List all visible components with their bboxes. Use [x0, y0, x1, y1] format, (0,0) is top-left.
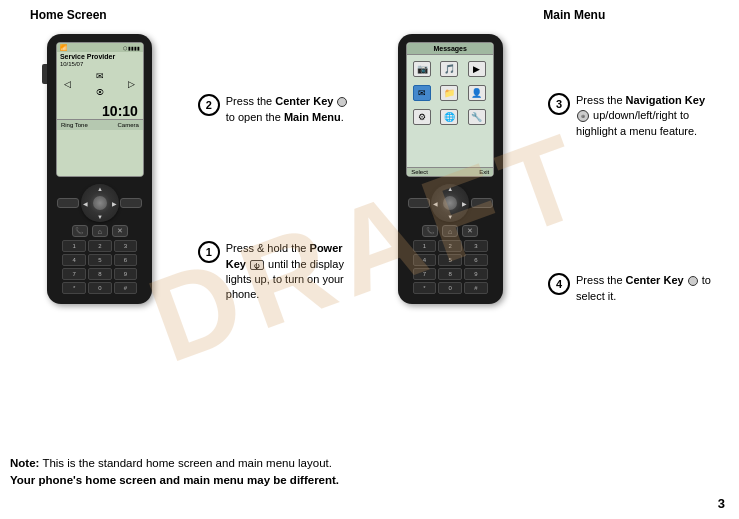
key-star: * — [62, 282, 86, 294]
nav-ring-right: ▲ ▼ ◀ ▶ — [431, 184, 469, 222]
menu-icon-7: ⚙ — [410, 106, 434, 128]
titles-row: Home Screen Main Menu — [10, 8, 729, 22]
icon-box-1: 📷 — [413, 61, 431, 77]
menu-icon-1: 📷 — [410, 58, 434, 80]
phone-keypad-right: ▲ ▼ ◀ ▶ 📞 ⌂ ✕ — [398, 181, 503, 294]
icons-row: ◁ ✉ ⦿ ▷ — [57, 67, 143, 101]
mm-title-bar: Messages — [407, 43, 493, 55]
icon-box-9: 🔧 — [468, 109, 486, 125]
key-hash: # — [114, 282, 138, 294]
content-area: 📶 ⬡ ▮▮▮▮ Service Provider 10/15/07 — [10, 26, 729, 386]
r-key-star: * — [413, 282, 437, 294]
phone-body-left: 📶 ⬡ ▮▮▮▮ Service Provider 10/15/07 — [47, 34, 152, 304]
numeric-keypad: 1 2 3 4 5 6 7 8 9 * 0 # — [62, 240, 137, 294]
center-key-icon-4 — [688, 276, 698, 286]
bluetooth-icon: ⬡ — [123, 45, 127, 51]
nav-arrows: ▲ ▼ ◀ ▶ — [81, 184, 119, 222]
right-nav-icon: ▷ — [125, 77, 139, 91]
nav-up: ▲ — [97, 186, 103, 192]
icon-box-2: 🎵 — [440, 61, 458, 77]
r-key-hash: # — [464, 282, 488, 294]
r-key-4: 4 — [413, 254, 437, 266]
phone-body-right: Messages 📷 🎵 ▶ — [398, 34, 503, 304]
r-key-8: 8 — [438, 268, 462, 280]
message-icon: ✉ — [93, 69, 107, 83]
signal-icon: 📶 — [60, 44, 67, 51]
r-key-3: 3 — [464, 240, 488, 252]
left-soft-key — [57, 198, 79, 208]
nav-down: ▼ — [97, 214, 103, 220]
right-soft-key-right — [471, 198, 493, 208]
r-key-6: 6 — [464, 254, 488, 266]
annotation-3: 3 Press the Navigation Key ⊕ up/down/lef… — [548, 93, 721, 139]
key-4: 4 — [62, 254, 86, 266]
nav-right-r: ▶ — [462, 200, 467, 207]
battery-signal: ⬡ ▮▮▮▮ — [123, 45, 140, 51]
icon-box-4-selected: ✉ — [413, 85, 431, 101]
soft-keys-row-right: ▲ ▼ ◀ ▶ — [408, 184, 493, 222]
soft-keys-row: ▲ ▼ ◀ ▶ — [57, 184, 142, 222]
end-key-r: ✕ — [462, 225, 478, 237]
note-section: Note: This is the standard home screen a… — [10, 455, 729, 490]
key-5: 5 — [88, 254, 112, 266]
annotation-circle-3: 3 — [548, 93, 570, 115]
provider-name: Service Provider — [57, 52, 143, 61]
numeric-keypad-right: 1 2 3 4 5 6 7 8 9 * 0 # — [413, 240, 488, 294]
key-9: 9 — [114, 268, 138, 280]
menu-icon-2: 🎵 — [437, 58, 461, 80]
r-key-5: 5 — [438, 254, 462, 266]
icon-box-6: 👤 — [468, 85, 486, 101]
battery-icon: ▮▮▮▮ — [128, 45, 140, 51]
annotation-circle-4: 4 — [548, 273, 570, 295]
home-screen-content: 📶 ⬡ ▮▮▮▮ Service Provider 10/15/07 — [57, 43, 143, 176]
annotation-4: 4 Press the Center Key to select it. — [548, 273, 721, 304]
main-menu-title: Main Menu — [340, 8, 730, 22]
select-label: Select — [411, 169, 428, 175]
key-3: 3 — [114, 240, 138, 252]
home-screen-bottom-bar: Ring Tone Camera — [57, 119, 143, 130]
r-key-2: 2 — [438, 240, 462, 252]
menu-icon-6: 👤 — [465, 82, 489, 104]
note-label: Note: — [10, 457, 39, 469]
annotation-text-1: Press & hold the Power Key ⏻ until the d… — [226, 241, 353, 303]
menu-icon-4: ✉ — [410, 82, 434, 104]
menu-icon-8: 🌐 — [437, 106, 461, 128]
annotation-text-3: Press the Navigation Key ⊕ up/down/left/… — [576, 93, 721, 139]
function-keys-row-right: 📞 ⌂ ✕ — [422, 225, 478, 237]
home-screen-title: Home Screen — [10, 8, 340, 22]
main-menu-phone: Messages 📷 🎵 ▶ — [398, 34, 503, 304]
annotation-text-4: Press the Center Key to select it. — [576, 273, 721, 304]
nav-key-icon-3: ⊕ — [577, 110, 589, 122]
main-menu-display: Messages 📷 🎵 ▶ — [406, 42, 494, 177]
menu-icon-9: 🔧 — [465, 106, 489, 128]
page-number: 3 — [718, 496, 725, 511]
annotation-2: 2 Press the Center Key to open the Main … — [198, 94, 353, 125]
nav-left: ◀ — [83, 200, 88, 207]
nav-down-r: ▼ — [447, 214, 453, 220]
key-0: 0 — [88, 282, 112, 294]
home-key: ⌂ — [92, 225, 108, 237]
r-key-0: 0 — [438, 282, 462, 294]
nav-right: ▶ — [112, 200, 117, 207]
end-key: ✕ — [112, 225, 128, 237]
annotation-1: 1 Press & hold the Power Key ⏻ until the… — [198, 241, 353, 303]
camera-label: Camera — [118, 122, 139, 128]
icon-box-8: 🌐 — [440, 109, 458, 125]
home-screen-phone: 📶 ⬡ ▮▮▮▮ Service Provider 10/15/07 — [47, 34, 152, 304]
mm-bottom-bar: Select Exit — [407, 167, 493, 176]
menu-icons-grid: 📷 🎵 ▶ ✉ — [407, 55, 493, 131]
note-line-1: Note: This is the standard home screen a… — [10, 455, 729, 472]
call-key: 📞 — [72, 225, 88, 237]
icon-box-5: 📁 — [440, 85, 458, 101]
annotation-circle-2: 2 — [198, 94, 220, 116]
annotation-circle-1: 1 — [198, 241, 220, 263]
time-display: 10:10 — [57, 103, 143, 119]
note-line-2: Your phone's home screen and main menu m… — [10, 472, 729, 489]
center-key-icon-2 — [337, 97, 347, 107]
right-soft-key — [120, 198, 142, 208]
key-7: 7 — [62, 268, 86, 280]
annotation-text-2: Press the Center Key to open the Main Me… — [226, 94, 353, 125]
left-nav-icon: ◁ — [61, 77, 75, 91]
key-2: 2 — [88, 240, 112, 252]
icon-box-7: ⚙ — [413, 109, 431, 125]
